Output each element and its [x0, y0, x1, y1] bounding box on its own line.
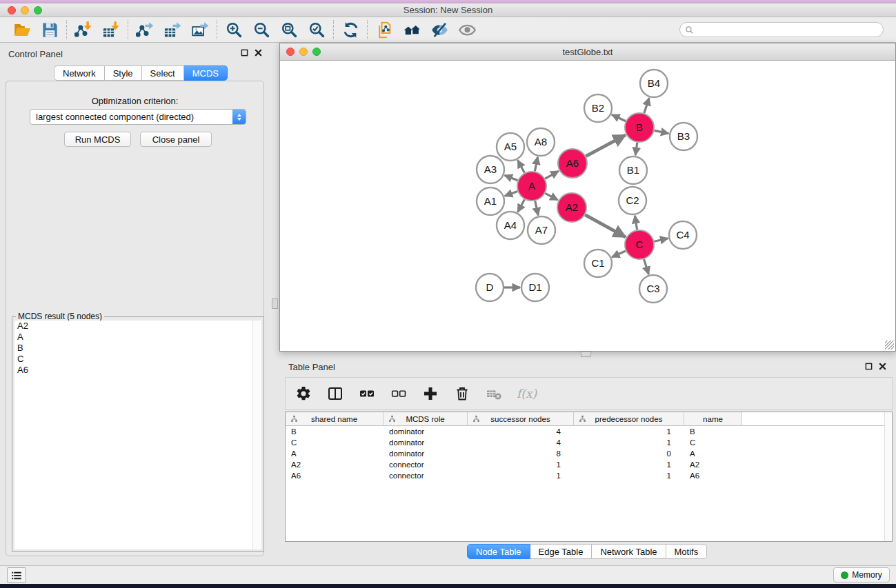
mcds-result-item[interactable]: B: [14, 343, 261, 354]
column-header-MCDS-role[interactable]: MCDS role: [384, 412, 468, 425]
float-panel-icon[interactable]: [241, 49, 248, 57]
window-resize-grip[interactable]: [885, 341, 894, 349]
graph-node-A6[interactable]: A6: [558, 149, 587, 178]
export-image-icon[interactable]: [190, 19, 210, 40]
settings-icon[interactable]: [295, 385, 312, 403]
close-table-panel-icon[interactable]: [879, 363, 886, 370]
graph-edge-A-A4[interactable]: [518, 199, 525, 212]
graph-edge-A-A3[interactable]: [504, 175, 517, 181]
refresh-icon[interactable]: [340, 19, 361, 40]
graph-node-B3[interactable]: B3: [670, 123, 697, 150]
show-networks-icon[interactable]: [401, 19, 422, 40]
graph-node-D1[interactable]: D1: [521, 274, 549, 301]
graph-node-A3[interactable]: A3: [477, 156, 504, 183]
graph-node-B2[interactable]: B2: [584, 94, 612, 122]
table-tab-node-table[interactable]: Node Table: [467, 544, 530, 559]
network-window-titlebar[interactable]: testGlobe.txt: [280, 43, 895, 61]
export-network-icon[interactable]: [135, 19, 155, 40]
graph-node-A4[interactable]: A4: [497, 212, 524, 239]
select-all-icon[interactable]: [358, 385, 376, 403]
tab-style[interactable]: Style: [105, 65, 142, 81]
mcds-result-item[interactable]: A2: [14, 321, 261, 332]
run-mcds-button[interactable]: Run MCDS: [64, 132, 131, 147]
graph-edge-C-C4[interactable]: [654, 239, 668, 241]
horizontal-splitter-handle[interactable]: [581, 352, 591, 357]
memory-button[interactable]: Memory: [833, 567, 890, 582]
graph-edge-A-A7[interactable]: [535, 201, 539, 215]
close-panel-button[interactable]: Close panel: [140, 132, 212, 147]
import-network-icon[interactable]: [73, 19, 94, 40]
graph-edge-A6-B[interactable]: [586, 135, 625, 156]
graph-node-D[interactable]: D: [476, 274, 504, 301]
graph-node-A2[interactable]: A2: [557, 193, 586, 222]
graph-edge-A-A5[interactable]: [518, 160, 525, 172]
zoom-fit-icon[interactable]: [279, 19, 299, 40]
import-table-icon[interactable]: [101, 19, 121, 40]
graph-node-B1[interactable]: B1: [619, 156, 647, 184]
graph-node-C[interactable]: C: [625, 230, 654, 259]
column-header-name[interactable]: name: [684, 412, 742, 425]
save-session-icon[interactable]: [39, 19, 60, 40]
float-table-panel-icon[interactable]: [865, 363, 873, 370]
graph-node-C4[interactable]: C4: [669, 221, 697, 249]
table-row[interactable]: Adominator80A: [286, 448, 892, 459]
graph-node-B[interactable]: B: [625, 113, 654, 142]
graph-node-A8[interactable]: A8: [527, 128, 555, 156]
eye-toggle-icon[interactable]: [457, 19, 477, 40]
graph-edge-B-B4[interactable]: [644, 98, 649, 113]
add-column-icon[interactable]: [421, 385, 439, 403]
criterion-dropdown[interactable]: largest connected component (directed): [30, 109, 246, 125]
graph-edge-C-C2[interactable]: [635, 216, 637, 230]
zoom-in-icon[interactable]: [223, 19, 244, 40]
graph-edge-A-A6[interactable]: [545, 171, 559, 179]
split-panel-icon[interactable]: [326, 385, 344, 403]
network-canvas[interactable]: B4B2BB3A8A5A6A3B1AA1C2A2A4A7C4CC1C3DD1: [280, 61, 895, 351]
graph-node-C1[interactable]: C1: [584, 250, 612, 277]
automation-panel-button[interactable]: [7, 567, 26, 583]
column-header-shared-name[interactable]: shared name: [286, 412, 384, 425]
zoom-out-icon[interactable]: [251, 19, 272, 40]
zoom-selected-icon[interactable]: [306, 19, 327, 40]
table-row[interactable]: A2connector11A2: [286, 459, 892, 470]
mcds-result-item[interactable]: A: [14, 332, 261, 343]
mcds-result-item[interactable]: C: [14, 354, 261, 365]
graph-node-C3[interactable]: C3: [639, 275, 667, 303]
graph-edge-B-B2[interactable]: [612, 114, 626, 121]
close-panel-icon[interactable]: [255, 49, 262, 57]
mcds-result-item[interactable]: A6: [14, 365, 261, 376]
tab-select[interactable]: Select: [142, 65, 184, 81]
graph-node-C2[interactable]: C2: [619, 187, 646, 214]
table-row[interactable]: A6connector11A6: [286, 470, 892, 481]
graph-node-A7[interactable]: A7: [528, 216, 555, 244]
graph-edge-A-A2[interactable]: [545, 193, 557, 200]
duplicate-network-icon[interactable]: [374, 19, 395, 40]
graph-edge-A2-C[interactable]: [585, 215, 626, 237]
graph-edge-B-B3[interactable]: [655, 130, 669, 133]
toggle-graphics-details-icon[interactable]: [429, 19, 450, 40]
tab-mcds[interactable]: MCDS: [184, 65, 228, 81]
column-header-predecessor-nodes[interactable]: predecessor nodes: [574, 412, 684, 425]
list-scrollbar[interactable]: [252, 321, 261, 549]
graph-node-A[interactable]: A: [517, 172, 546, 201]
graph-node-B4[interactable]: B4: [640, 70, 668, 97]
tab-network[interactable]: Network: [54, 65, 105, 81]
table-tab-motifs[interactable]: Motifs: [666, 544, 708, 559]
column-header-successor-nodes[interactable]: successor nodes: [468, 412, 574, 425]
export-table-icon[interactable]: [162, 19, 183, 40]
table-row[interactable]: Cdominator41C: [286, 437, 892, 448]
table-scrollbar[interactable]: [884, 412, 892, 541]
deselect-all-icon[interactable]: [390, 385, 408, 403]
search-input[interactable]: [697, 25, 878, 34]
delete-column-icon[interactable]: [453, 385, 471, 403]
table-tab-network-table[interactable]: Network Table: [592, 544, 666, 559]
open-session-icon[interactable]: [12, 19, 32, 40]
search-box[interactable]: [679, 22, 884, 37]
graph-edge-C-C1[interactable]: [612, 251, 626, 257]
graph-node-A5[interactable]: A5: [497, 133, 524, 161]
graph-node-A1[interactable]: A1: [477, 187, 504, 215]
graph-edge-A-A1[interactable]: [505, 192, 518, 196]
table-row[interactable]: Bdominator41B: [286, 426, 892, 437]
table-tab-edge-table[interactable]: Edge Table: [530, 544, 593, 559]
graph-edge-B-B1[interactable]: [635, 143, 637, 155]
graph-edge-C-C3[interactable]: [644, 259, 649, 274]
